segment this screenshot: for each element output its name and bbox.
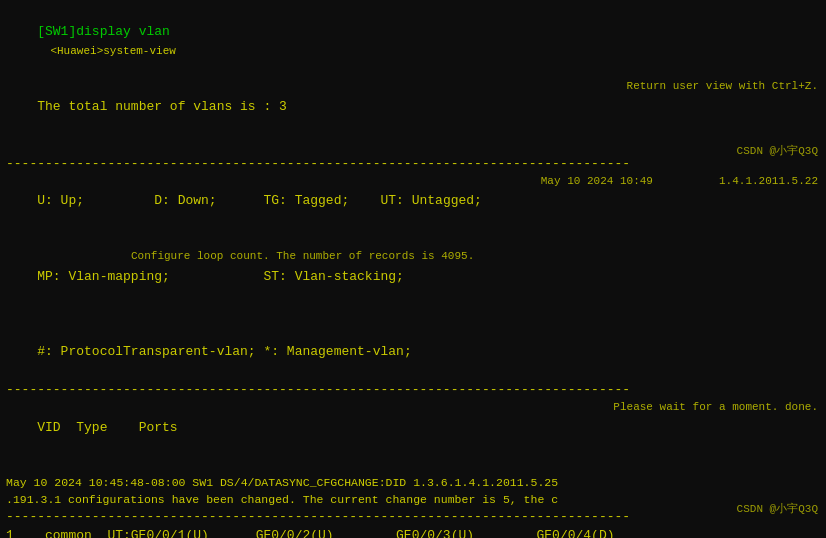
loop-count-overlay: Configure loop count. The number of reco…: [131, 249, 474, 265]
legend-line-2: MP: Vlan-mapping; ST: Vlan-stacking; Con…: [6, 249, 820, 324]
table-header-ports: VID Type Ports Please wait for a moment.…: [6, 400, 820, 475]
divider-1: ----------------------------------------…: [6, 155, 820, 174]
total-line: The total number of vlans is : 3: [37, 99, 287, 114]
return-hint-line: The total number of vlans is : 3 Return …: [6, 79, 820, 154]
datasync-line-2: .191.3.1 configurations have been change…: [6, 492, 820, 509]
csdn-watermark-bottom: CSDN @小宇Q3Q: [737, 501, 818, 516]
please-wait-overlay: Please wait for a moment. done.: [613, 400, 818, 416]
system-view-hint: <Huawei>system-view: [37, 45, 176, 57]
legend-line-1: U: Up; D: Down; TG: Tagged; UT: Untagged…: [6, 174, 820, 249]
divider-2: ----------------------------------------…: [6, 381, 820, 400]
terminal-window[interactable]: [SW1]display vlan <Huawei>system-view Th…: [0, 0, 826, 538]
csdn-watermark-1: CSDN @小宇Q3Q: [737, 143, 818, 158]
vlan1-row1: 1 common UT:GE0/0/1(U) GE0/0/2(U) GE0/0/…: [6, 527, 820, 538]
ctrl-z-hint: Return user view with Ctrl+Z.: [627, 79, 818, 95]
cmd-line: [SW1]display vlan <Huawei>system-view: [6, 4, 820, 79]
cmd-prefix: [SW1]display vlan: [37, 24, 170, 39]
legend-line-3: #: ProtocolTransparent-vlan; *: Manageme…: [6, 324, 820, 381]
date-overlay-1: May 10 2024 10:49 1.4.1.2011.5.22: [541, 174, 818, 190]
divider-3: ----------------------------------------…: [6, 508, 820, 527]
datasync-line-1: May 10 2024 10:45:48-08:00 SW1 DS/4/DATA…: [6, 475, 820, 492]
